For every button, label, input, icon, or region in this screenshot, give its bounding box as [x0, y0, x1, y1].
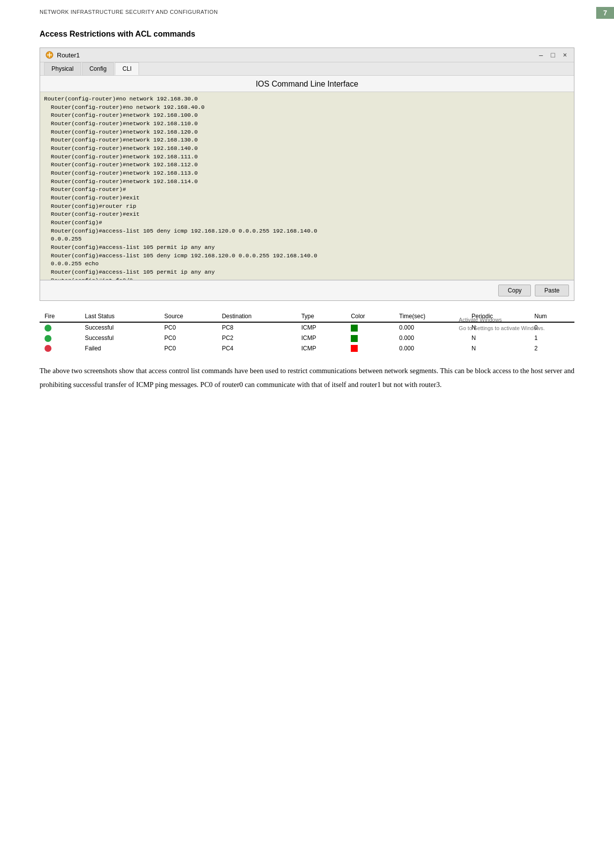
time-cell: 0.000 [394, 343, 467, 354]
type-cell: ICMP [296, 343, 346, 354]
tab-physical[interactable]: Physical [44, 62, 81, 75]
titlebar-buttons: – □ × [537, 51, 569, 59]
router-icon [45, 50, 54, 59]
ping-table: Fire Last Status Source Destination Type… [40, 311, 574, 353]
router-title-text: Router1 [57, 51, 80, 59]
table-row: SuccessfulPC0PC8ICMP0.000N0 [40, 322, 574, 333]
fire-cell[interactable] [40, 343, 80, 354]
type-cell: ICMP [296, 322, 346, 333]
source-cell: PC0 [159, 333, 217, 343]
last-status-cell: Failed [80, 343, 160, 354]
col-color: Color [346, 311, 394, 322]
table-row: SuccessfulPC0PC2ICMP0.000N1 [40, 333, 574, 343]
time-cell: 0.000 [394, 333, 467, 343]
ping-table-container: Activate Windows Go to Settings to activ… [40, 311, 574, 353]
close-button[interactable]: × [561, 51, 569, 59]
fire-cell[interactable] [40, 322, 80, 333]
last-status-cell: Successful [80, 322, 160, 333]
col-destination: Destination [217, 311, 296, 322]
num-cell: 2 [529, 343, 574, 354]
page-number: 7 [596, 7, 614, 19]
table-row: FailedPC0PC4ICMP0.000N2 [40, 343, 574, 354]
router-title-left: Router1 [45, 50, 80, 59]
col-type: Type [296, 311, 346, 322]
periodic-cell: N [467, 322, 529, 333]
col-source: Source [159, 311, 217, 322]
destination-cell: PC2 [217, 333, 296, 343]
cli-bottom-bar: Copy Paste [40, 280, 574, 300]
main-content: Access Restrictions with ACL commands Ro… [0, 15, 614, 412]
fire-cell[interactable] [40, 333, 80, 343]
cli-title: IOS Command Line Interface [40, 76, 574, 92]
color-cell [346, 343, 394, 354]
col-periodic: Periodic [467, 311, 529, 322]
router-window: Router1 – □ × Physical Config CLI IOS Co… [40, 48, 574, 301]
col-time: Time(sec) [394, 311, 467, 322]
paste-button[interactable]: Paste [535, 285, 569, 296]
source-cell: PC0 [159, 343, 217, 354]
type-cell: ICMP [296, 333, 346, 343]
table-header-row: Fire Last Status Source Destination Type… [40, 311, 574, 322]
router-tabs: Physical Config CLI [40, 62, 574, 76]
body-paragraph: The above two screenshots show that acce… [40, 364, 574, 391]
status-dot [45, 335, 51, 342]
status-dot [45, 325, 51, 332]
section-heading: Access Restrictions with ACL commands [40, 30, 574, 39]
minimize-button[interactable]: – [537, 51, 545, 59]
destination-cell: PC8 [217, 322, 296, 333]
status-dot [45, 345, 51, 352]
periodic-cell: N [467, 333, 529, 343]
copy-button[interactable]: Copy [498, 285, 531, 296]
destination-cell: PC4 [217, 343, 296, 354]
tab-config[interactable]: Config [82, 62, 114, 75]
periodic-cell: N [467, 343, 529, 354]
num-cell: 0 [529, 322, 574, 333]
tab-cli[interactable]: CLI [115, 62, 139, 75]
num-cell: 1 [529, 333, 574, 343]
router-titlebar: Router1 – □ × [40, 48, 574, 62]
last-status-cell: Successful [80, 333, 160, 343]
col-fire: Fire [40, 311, 80, 322]
time-cell: 0.000 [394, 322, 467, 333]
maximize-button[interactable]: □ [549, 51, 557, 59]
cli-terminal[interactable]: Router(config-router)#no network 192.168… [40, 92, 574, 280]
page-header: NETWORK INFRASTRUCTURE SECURITY AND CONF… [0, 0, 614, 15]
col-last-status: Last Status [80, 311, 160, 322]
color-cell [346, 333, 394, 343]
col-num: Num [529, 311, 574, 322]
source-cell: PC0 [159, 322, 217, 333]
color-cell [346, 322, 394, 333]
